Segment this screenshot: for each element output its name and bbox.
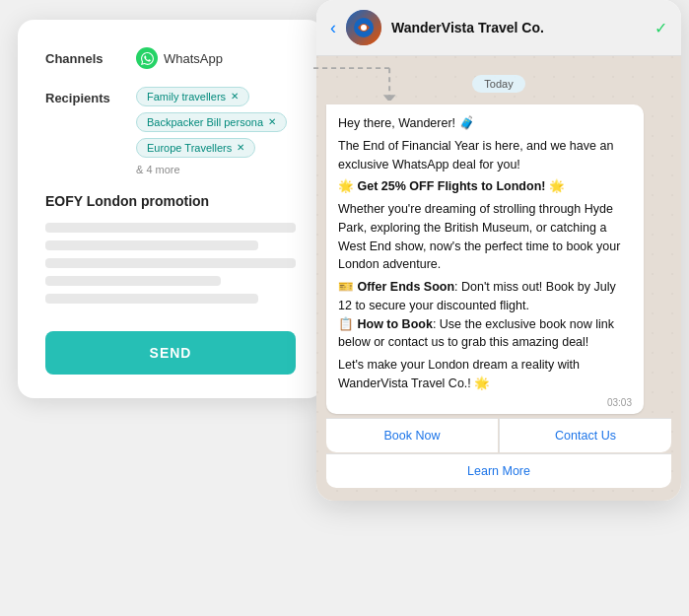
tags-container: Family travellers ✕ Backpacker Bill pers… [136, 87, 296, 175]
content-line-4 [45, 276, 221, 286]
tag-backpacker[interactable]: Backpacker Bill persona ✕ [136, 112, 287, 132]
chat-body: Today Hey there, Wanderer! 🧳 The End of … [316, 56, 681, 501]
channel-name: WhatsApp [164, 51, 223, 66]
tag-family-label: Family travellers [147, 91, 226, 103]
content-line-2 [45, 240, 258, 250]
message-container: Hey there, Wanderer! 🧳 The End of Financ… [326, 104, 671, 488]
content-line-1 [45, 223, 296, 233]
business-name: WanderVista Travel Co. [391, 20, 645, 35]
message-line5: Let's make your London dream a reality w… [338, 356, 632, 393]
recipients-label: Recipients [45, 87, 124, 105]
message-bubble: Hey there, Wanderer! 🧳 The End of Financ… [326, 104, 644, 414]
campaign-title: EOFY London promotion [45, 193, 296, 209]
business-avatar [346, 10, 381, 45]
message-time: 03:03 [338, 397, 632, 408]
content-line-3 [45, 258, 296, 268]
campaign-builder-panel: Channels WhatsApp Recipients Family trav… [18, 20, 323, 398]
tag-backpacker-label: Backpacker Bill persona [147, 116, 263, 128]
tag-family-close[interactable]: ✕ [231, 92, 239, 102]
tag-backpacker-close[interactable]: ✕ [268, 117, 276, 127]
message-line3: Whether you're dreaming of strolling thr… [338, 200, 632, 274]
date-badge: Today [472, 75, 524, 93]
channel-value: WhatsApp [136, 47, 296, 69]
avatar-image [346, 10, 381, 45]
send-button[interactable]: SEND [45, 331, 296, 375]
recipients-value: Family travellers ✕ Backpacker Bill pers… [136, 87, 296, 175]
channel-row: Channels WhatsApp [45, 47, 296, 69]
message-line1: The End of Financial Year is here, and w… [338, 137, 632, 174]
message-line4: 🎫 Offer Ends Soon: Don't miss out! Book … [338, 278, 632, 352]
learn-more-button[interactable]: Learn More [326, 453, 671, 488]
tag-europe-close[interactable]: ✕ [237, 143, 244, 153]
back-arrow-icon[interactable]: ‹ [330, 18, 336, 38]
message-line2: 🌟 Get 25% OFF Flights to London! 🌟 [338, 177, 632, 196]
tag-europe-label: Europe Travellers [147, 142, 232, 154]
more-tags-label: & 4 more [136, 164, 180, 175]
tag-europe[interactable]: Europe Travellers ✕ [136, 138, 255, 158]
connector-line [313, 61, 402, 101]
chat-header: ‹ WanderVista Travel Co. ✓ [316, 0, 681, 56]
content-line-5 [45, 294, 258, 304]
verified-icon: ✓ [655, 19, 667, 37]
recipients-row: Recipients Family travellers ✕ Backpacke… [45, 87, 296, 175]
contact-us-button[interactable]: Contact Us [499, 418, 671, 452]
tag-family[interactable]: Family travellers ✕ [136, 87, 249, 106]
channel-label: Channels [45, 47, 124, 66]
campaign-section: EOFY London promotion [45, 193, 296, 304]
book-now-button[interactable]: Book Now [326, 418, 498, 452]
action-buttons: Book Now Contact Us Learn More [326, 418, 671, 488]
message-greeting: Hey there, Wanderer! 🧳 [338, 114, 632, 133]
whatsapp-icon [136, 47, 158, 69]
svg-marker-2 [383, 95, 396, 101]
svg-point-4 [361, 25, 367, 31]
action-row-2: Learn More [326, 453, 671, 488]
action-row-1: Book Now Contact Us [326, 418, 671, 452]
